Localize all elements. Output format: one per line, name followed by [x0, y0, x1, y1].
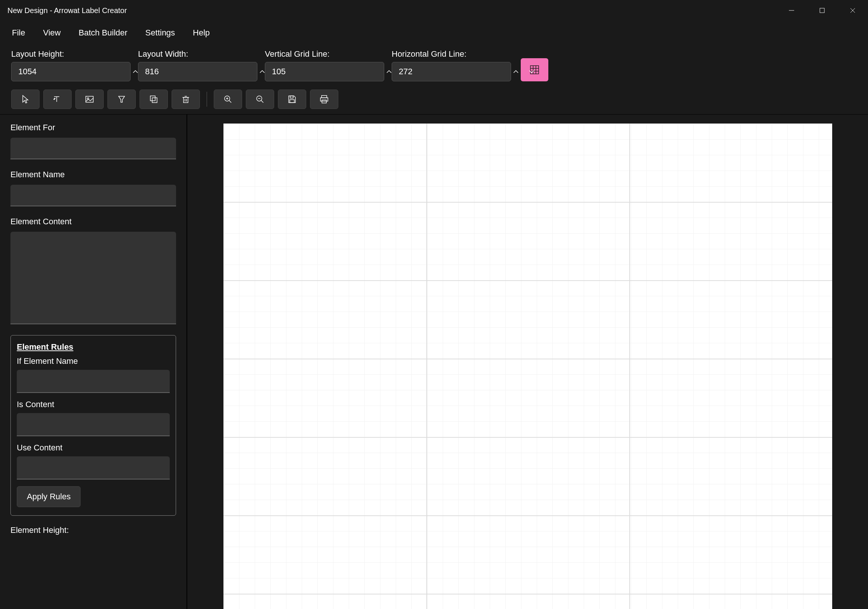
- svg-line-22: [229, 100, 231, 103]
- print-icon: [319, 95, 329, 104]
- delete-tool-button[interactable]: [172, 90, 200, 109]
- element-rules-box: Element Rules If Element Name Is Content…: [11, 335, 176, 516]
- window-title: New Design - Arrowat Label Creator: [8, 6, 776, 15]
- use-content-label: Use Content: [17, 443, 170, 453]
- svg-rect-1: [820, 8, 825, 13]
- zoom-in-icon: [223, 95, 233, 104]
- hgrid-input[interactable]: [392, 62, 508, 81]
- zoom-out-icon: [255, 95, 265, 104]
- vgrid-input[interactable]: [265, 62, 381, 81]
- layout-width-group: Layout Width:: [138, 49, 257, 81]
- duplicate-tool-button[interactable]: [140, 90, 168, 109]
- layout-height-input[interactable]: [12, 62, 127, 81]
- zoom-out-button[interactable]: [246, 90, 274, 109]
- copy-icon: [149, 95, 158, 104]
- layout-height-spinner[interactable]: [11, 62, 130, 81]
- window-controls: [776, 0, 868, 21]
- layout-config-row: Layout Height: Layout Width: Vertical Gr…: [0, 45, 868, 86]
- toolbar-separator: [207, 92, 207, 107]
- pointer-tool-button[interactable]: [11, 90, 40, 109]
- if-element-name-input[interactable]: [17, 370, 170, 393]
- svg-rect-31: [321, 98, 328, 101]
- svg-rect-32: [322, 100, 326, 103]
- text-icon: [53, 95, 62, 104]
- svg-line-11: [54, 98, 55, 99]
- svg-rect-30: [322, 96, 327, 98]
- design-canvas[interactable]: [223, 124, 832, 609]
- element-for-label: Element For: [11, 123, 176, 132]
- svg-rect-14: [150, 96, 155, 101]
- save-button[interactable]: [278, 90, 306, 109]
- svg-rect-29: [290, 99, 294, 103]
- menu-view[interactable]: View: [34, 21, 70, 45]
- element-content-label: Element Content: [11, 217, 176, 227]
- element-rules-title: Element Rules: [17, 342, 170, 352]
- canvas-area[interactable]: [187, 115, 868, 609]
- element-name-input[interactable]: [11, 185, 176, 207]
- close-button[interactable]: [837, 0, 868, 21]
- menu-bar: File View Batch Builder Settings Help: [0, 21, 868, 45]
- hgrid-spinner[interactable]: [392, 62, 511, 81]
- tool-bar: [0, 86, 868, 115]
- svg-rect-16: [183, 97, 188, 103]
- element-height-label: Element Height:: [11, 525, 176, 535]
- use-content-input[interactable]: [17, 457, 170, 480]
- hgrid-down-icon[interactable]: [524, 62, 539, 81]
- vgrid-label: Vertical Grid Line:: [265, 49, 384, 59]
- layout-width-spinner[interactable]: [138, 62, 257, 81]
- layout-width-input[interactable]: [138, 62, 254, 81]
- hgrid-label: Horizontal Grid Line:: [392, 49, 511, 59]
- title-bar: New Design - Arrowat Label Creator: [0, 0, 868, 21]
- is-content-label: Is Content: [17, 400, 170, 409]
- layout-height-label: Layout Height:: [11, 49, 130, 59]
- vgrid-spinner[interactable]: [265, 62, 384, 81]
- image-tool-button[interactable]: [75, 90, 104, 109]
- is-content-input[interactable]: [17, 413, 170, 436]
- image-icon: [85, 95, 95, 104]
- zoom-in-button[interactable]: [214, 90, 242, 109]
- menu-batch-builder[interactable]: Batch Builder: [70, 21, 136, 45]
- menu-file[interactable]: File: [3, 21, 34, 45]
- text-tool-button[interactable]: [43, 90, 71, 109]
- element-name-label: Element Name: [11, 170, 176, 180]
- layout-height-group: Layout Height:: [11, 49, 130, 81]
- main-area: Element For Element Name Element Content…: [0, 115, 868, 609]
- maximize-button[interactable]: [807, 0, 837, 21]
- hgrid-group: Horizontal Grid Line:: [392, 49, 511, 81]
- svg-rect-28: [290, 96, 293, 98]
- element-for-input[interactable]: [11, 138, 176, 159]
- if-element-name-label: If Element Name: [17, 356, 170, 366]
- pointer-icon: [20, 95, 30, 104]
- shape-tool-button[interactable]: [107, 90, 136, 109]
- menu-settings[interactable]: Settings: [136, 21, 184, 45]
- svg-rect-15: [152, 98, 157, 103]
- minimize-button[interactable]: [776, 0, 807, 21]
- vgrid-group: Vertical Grid Line:: [265, 49, 384, 81]
- hgrid-up-icon[interactable]: [508, 62, 524, 81]
- svg-line-26: [261, 100, 264, 103]
- layout-width-label: Layout Width:: [138, 49, 257, 59]
- trash-icon: [181, 95, 191, 104]
- save-icon: [287, 95, 297, 104]
- apply-rules-button[interactable]: Apply Rules: [17, 486, 81, 507]
- print-button[interactable]: [310, 90, 338, 109]
- properties-sidebar: Element For Element Name Element Content…: [0, 115, 187, 609]
- menu-help[interactable]: Help: [184, 21, 219, 45]
- element-content-textarea[interactable]: [11, 232, 176, 324]
- funnel-icon: [117, 95, 126, 104]
